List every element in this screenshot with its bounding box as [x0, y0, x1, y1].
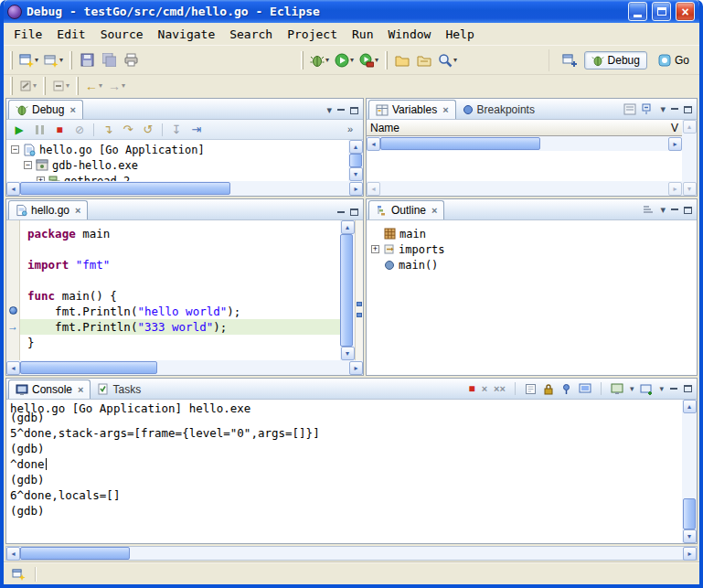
- debug-tree-item-process[interactable]: − gdb-hello.exe: [6, 157, 348, 173]
- menu-navigate[interactable]: Navigate: [151, 25, 223, 44]
- print-button[interactable]: [120, 49, 142, 71]
- scroll-right-icon[interactable]: ▸: [683, 547, 697, 561]
- open-perspective-button[interactable]: [559, 49, 581, 71]
- view-menu-icon[interactable]: ▾: [326, 105, 332, 115]
- minimize-view-icon[interactable]: [337, 109, 345, 111]
- pin-console-icon[interactable]: [560, 383, 572, 395]
- step-over-button[interactable]: ↷: [119, 122, 137, 138]
- close-window-button[interactable]: ×: [676, 2, 695, 21]
- scroll-left-icon[interactable]: ◂: [6, 361, 20, 375]
- remove-launch-icon[interactable]: ×: [482, 384, 487, 394]
- show-console-on-output-icon[interactable]: [579, 383, 591, 395]
- scroll-up-icon[interactable]: ▴: [341, 220, 355, 234]
- perspective-debug-button[interactable]: Debug: [584, 51, 647, 69]
- display-selected-console-icon[interactable]: [611, 383, 623, 395]
- terminate-button[interactable]: ■: [50, 122, 69, 138]
- variables-vertical-scrollbar[interactable]: ▴ ▾: [682, 120, 697, 196]
- scroll-right-icon[interactable]: ▸: [668, 137, 682, 151]
- terminate-console-icon[interactable]: ■: [468, 383, 474, 394]
- show-type-names-icon[interactable]: [623, 103, 636, 115]
- scroll-up-icon[interactable]: ▴: [683, 120, 697, 134]
- drop-to-frame-button[interactable]: ↧: [167, 122, 186, 138]
- scroll-up-icon[interactable]: ▴: [683, 400, 697, 413]
- menu-help[interactable]: Help: [438, 25, 481, 44]
- tab-variables[interactable]: Variables ×: [368, 100, 456, 119]
- scroll-down-icon[interactable]: ▾: [341, 347, 355, 360]
- tab-breakpoints[interactable]: Breakpoints: [456, 100, 541, 119]
- debug-horizontal-scrollbar[interactable]: ◂ ▸: [6, 181, 363, 196]
- debug-vertical-scrollbar[interactable]: ▴ ▾: [348, 140, 363, 181]
- tab-close-icon[interactable]: ×: [69, 105, 75, 115]
- save-button[interactable]: [76, 49, 98, 71]
- maximize-view-icon[interactable]: [350, 208, 358, 216]
- dropdown-icon[interactable]: ▾: [659, 385, 664, 393]
- detail-horizontal-scrollbar[interactable]: ◂ ▸: [367, 181, 682, 196]
- debug-button[interactable]: ▾: [307, 49, 332, 71]
- expand-expander-icon[interactable]: +: [371, 245, 379, 253]
- tab-hello-go[interactable]: hello.go ×: [8, 200, 88, 219]
- overview-mark-icon[interactable]: [357, 313, 362, 317]
- back-button[interactable]: ← ▾: [82, 77, 105, 95]
- menu-project[interactable]: Project: [280, 25, 345, 44]
- save-all-button[interactable]: [98, 49, 120, 71]
- menu-search[interactable]: Search: [222, 25, 280, 44]
- scrollbar-thumb[interactable]: [20, 547, 130, 560]
- view-menu-icon[interactable]: ▾: [660, 104, 666, 114]
- menu-window[interactable]: Window: [380, 25, 438, 44]
- maximize-window-button[interactable]: [652, 2, 671, 21]
- tab-console[interactable]: Console ×: [8, 380, 91, 399]
- minimize-view-icon[interactable]: [337, 211, 345, 213]
- open-type-button[interactable]: [391, 49, 413, 71]
- scroll-left-icon[interactable]: ◂: [367, 182, 380, 196]
- search-button[interactable]: ▾: [435, 49, 460, 71]
- overview-mark-icon[interactable]: [357, 302, 362, 306]
- scroll-up-icon[interactable]: ▴: [349, 140, 363, 154]
- scroll-lock-icon[interactable]: [543, 383, 554, 395]
- variables-detail-pane[interactable]: [367, 151, 682, 181]
- dropdown-icon[interactable]: ▾: [630, 385, 634, 393]
- minimize-view-icon[interactable]: [671, 208, 678, 210]
- variables-horizontal-scrollbar[interactable]: ◂ ▸: [367, 136, 682, 151]
- editor-vertical-scrollbar[interactable]: ▴ ▾: [340, 220, 355, 360]
- console-horizontal-scrollbar[interactable]: ◂ ▸: [5, 546, 698, 561]
- remove-all-launches-icon[interactable]: ××: [494, 384, 506, 394]
- debug-tree-item-launch[interactable]: − hello.go [Go Application]: [6, 142, 348, 157]
- next-annotation-button[interactable]: ▾: [49, 77, 72, 95]
- outline-item-main-func[interactable]: main(): [367, 257, 697, 273]
- toolbar-grip[interactable]: [301, 51, 304, 69]
- editor-horizontal-scrollbar[interactable]: ◂ ▸: [6, 360, 363, 375]
- perspective-go-button[interactable]: Go: [651, 51, 697, 69]
- sort-icon[interactable]: [642, 204, 655, 216]
- forward-button[interactable]: → ▾: [105, 77, 128, 95]
- scroll-left-icon[interactable]: ◂: [367, 137, 380, 151]
- code-editor[interactable]: package main import "fmt" func main() { …: [20, 220, 340, 360]
- console-vertical-scrollbar[interactable]: ▴ ▾: [682, 400, 697, 543]
- use-step-filters-button[interactable]: ⇥: [187, 122, 206, 138]
- titlebar[interactable]: Debug - testGo/src/cmd/hello.go - Eclips…: [4, 0, 699, 23]
- console-output[interactable]: hello.go [Go Application] hello.exe (gdb…: [6, 400, 682, 543]
- tab-close-icon[interactable]: ×: [75, 206, 80, 216]
- collapse-all-icon[interactable]: [642, 103, 655, 115]
- open-console-icon[interactable]: [640, 383, 653, 395]
- new-project-button[interactable]: ▾: [41, 49, 66, 71]
- scroll-right-icon[interactable]: ▸: [668, 182, 682, 196]
- scrollbar-thumb[interactable]: [380, 137, 540, 150]
- menu-source[interactable]: Source: [93, 25, 151, 44]
- annotation-ruler[interactable]: →: [6, 220, 20, 360]
- scroll-down-icon[interactable]: ▾: [683, 182, 697, 196]
- scroll-down-icon[interactable]: ▾: [349, 167, 363, 181]
- overview-ruler[interactable]: [355, 220, 363, 360]
- tab-close-icon[interactable]: ×: [78, 385, 83, 395]
- minimize-view-icon[interactable]: [671, 108, 678, 110]
- resume-button[interactable]: ▶: [10, 122, 28, 138]
- toolbar-grip[interactable]: [10, 77, 13, 95]
- toolbar-grip[interactable]: [76, 77, 79, 95]
- scrollbar-thumb[interactable]: [20, 361, 157, 374]
- maximize-view-icon[interactable]: [684, 385, 692, 392]
- menu-file[interactable]: File: [6, 25, 49, 44]
- maximize-view-icon[interactable]: [684, 106, 692, 113]
- minimize-window-button[interactable]: [628, 2, 647, 21]
- disconnect-button[interactable]: ⊘: [70, 122, 89, 138]
- maximize-view-icon[interactable]: [684, 207, 692, 214]
- scrollbar-thumb[interactable]: [683, 498, 696, 529]
